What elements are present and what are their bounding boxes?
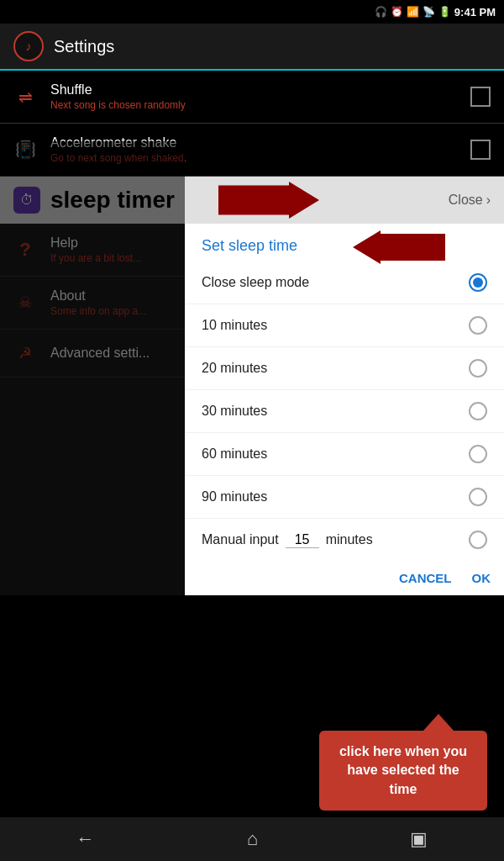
accelerometer-title: Accelerometer shake	[50, 135, 457, 151]
sleep-timer-icon: ⏱	[13, 187, 40, 214]
shuffle-checkbox[interactable]	[470, 87, 491, 107]
alarm-icon: ⏰	[391, 6, 403, 18]
wifi-icon: 📶	[407, 6, 419, 18]
radio-1[interactable]	[469, 316, 487, 335]
music-icon: ♪	[26, 40, 32, 53]
help-subtitle: If you are a bit lost...	[50, 252, 141, 264]
shuffle-subtitle: Next song is chosen randomly	[50, 99, 457, 111]
option-10-minutes[interactable]: 10 minutes	[185, 304, 504, 347]
settings-background: ⇌ Shuffle Next song is chosen randomly 📳…	[0, 71, 504, 595]
status-time: 9:41 PM	[454, 6, 496, 18]
option-close-sleep-mode[interactable]: Close sleep mode	[185, 261, 504, 304]
option-60-minutes[interactable]: 60 minutes	[185, 433, 504, 476]
radio-3[interactable]	[469, 402, 487, 420]
sleep-time-dialog: Set sleep time Close sleep mode 10 minut…	[185, 224, 504, 595]
page-title: Settings	[54, 37, 114, 56]
accelerometer-setting[interactable]: 📳 Accelerometer shake Go to next song wh…	[0, 124, 504, 177]
nav-bar: ← ⌂ ▣	[0, 817, 504, 861]
dialog-buttons: CANCEL OK	[185, 561, 504, 595]
tooltip-box[interactable]: click here when you have selected the ti…	[319, 731, 487, 811]
app-icon: ♪	[13, 31, 44, 61]
radio-0[interactable]	[469, 273, 487, 292]
sleep-timer-title: sleep timer	[50, 187, 175, 214]
advanced-setting[interactable]: ☭ Advanced setti...	[0, 330, 185, 378]
manual-input-field[interactable]	[286, 532, 319, 548]
advanced-icon: ☭	[13, 341, 37, 365]
accelerometer-icon: 📳	[13, 138, 37, 161]
radio-5[interactable]	[469, 488, 487, 506]
ok-button[interactable]: OK	[472, 571, 491, 585]
signal-icon: 📡	[423, 6, 435, 18]
accelerometer-checkbox[interactable]	[470, 140, 491, 160]
dialog-title: Set sleep time	[202, 237, 297, 254]
home-button[interactable]: ⌂	[247, 828, 258, 850]
tooltip-text: click here when you have selected the ti…	[339, 744, 467, 796]
option-label-2: 20 minutes	[202, 361, 459, 376]
option-label-4: 60 minutes	[202, 446, 459, 462]
arrow-right-annotation	[218, 182, 319, 219]
back-button[interactable]: ←	[76, 828, 95, 850]
chevron-right-icon: ›	[486, 193, 491, 208]
manual-input-row: Manual input minutes	[185, 519, 504, 561]
option-label-5: 90 minutes	[202, 489, 459, 504]
recents-button[interactable]: ▣	[410, 828, 428, 850]
help-title: Help	[50, 235, 141, 251]
option-label-3: 30 minutes	[202, 404, 459, 419]
advanced-text: Advanced setti...	[50, 346, 150, 361]
about-setting[interactable]: ☠ About Some info on app a...	[0, 277, 185, 330]
about-text: About Some info on app a...	[50, 288, 146, 317]
accelerometer-text: Accelerometer shake Go to next song when…	[50, 135, 457, 164]
radio-4[interactable]	[469, 445, 487, 463]
tooltip-container: click here when you have selected the ti…	[319, 714, 487, 811]
shuffle-setting[interactable]: ⇌ Shuffle Next song is chosen randomly	[0, 71, 504, 124]
option-20-minutes[interactable]: 20 minutes	[185, 347, 504, 390]
manual-unit: minutes	[326, 532, 462, 547]
shuffle-text: Shuffle Next song is chosen randomly	[50, 82, 457, 111]
main-content: ⇌ Shuffle Next song is chosen randomly 📳…	[0, 71, 504, 817]
about-title: About	[50, 288, 146, 304]
arrow-left-annotation	[353, 230, 445, 264]
help-text: Help If you are a bit lost...	[50, 235, 141, 264]
dialog-title-row: Set sleep time	[185, 224, 504, 261]
help-setting[interactable]: ? Help If you are a bit lost...	[0, 224, 185, 277]
accelerometer-subtitle: Go to next song when shaked.	[50, 152, 457, 164]
skull-icon: ☠	[13, 291, 37, 314]
headphone-icon: 🎧	[375, 6, 387, 18]
option-label-0: Close sleep mode	[202, 275, 459, 290]
battery-icon: 🔋	[438, 6, 451, 18]
status-icons: 🎧 ⏰ 📶 📡 🔋 9:41 PM	[375, 6, 496, 18]
timer-symbol: ⏱	[20, 193, 34, 208]
cancel-button[interactable]: CANCEL	[399, 571, 452, 585]
radio-manual[interactable]	[469, 531, 487, 549]
app-toolbar: ♪ Settings	[0, 24, 504, 71]
close-button[interactable]: Close ›	[449, 193, 491, 208]
manual-label: Manual input	[202, 532, 279, 547]
shuffle-title: Shuffle	[50, 82, 457, 98]
settings-with-dialog: ? Help If you are a bit lost... ☠ About …	[0, 224, 504, 595]
tooltip-arrow	[423, 714, 454, 731]
sleep-timer-header[interactable]: ⏱ sleep timer Close ›	[0, 177, 504, 224]
status-bar: 🎧 ⏰ 📶 📡 🔋 9:41 PM	[0, 0, 504, 24]
option-30-minutes[interactable]: 30 minutes	[185, 390, 504, 433]
shuffle-icon: ⇌	[13, 85, 37, 108]
option-90-minutes[interactable]: 90 minutes	[185, 476, 504, 519]
help-icon: ?	[13, 238, 37, 261]
option-label-1: 10 minutes	[202, 318, 459, 333]
advanced-title: Advanced setti...	[50, 346, 150, 361]
radio-2[interactable]	[469, 359, 487, 378]
about-subtitle: Some info on app a...	[50, 305, 146, 317]
settings-left-partial: ? Help If you are a bit lost... ☠ About …	[0, 224, 185, 595]
